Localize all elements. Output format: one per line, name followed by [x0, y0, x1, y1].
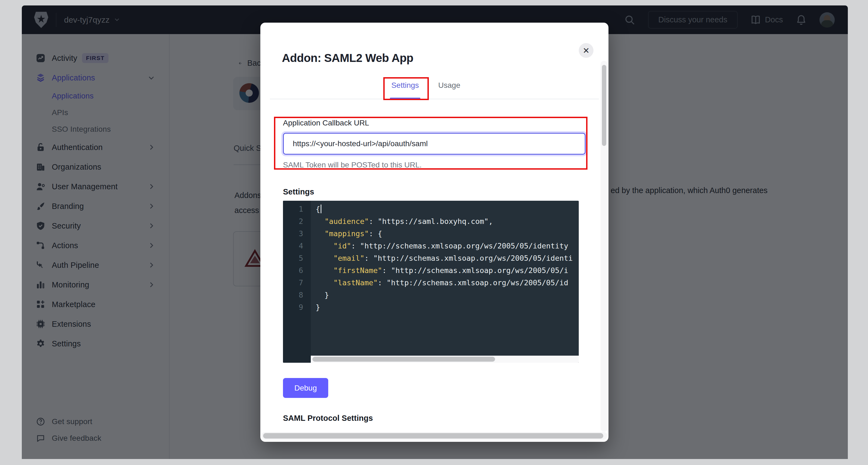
close-button[interactable]: ✕: [579, 43, 593, 58]
modal-hscrollbar-thumb[interactable]: [263, 433, 603, 439]
editor-line-numbers: 123456789: [283, 201, 311, 363]
modal-vertical-scrollbar[interactable]: [600, 61, 608, 432]
callback-url-helper: SAML Token will be POSTed to this URL.: [283, 161, 422, 169]
debug-button[interactable]: Debug: [283, 378, 328, 398]
callback-url-input[interactable]: [283, 133, 586, 155]
editor-code: { "audience": "https://saml.boxyhq.com",…: [311, 201, 579, 356]
callback-url-label: Application Callback URL: [283, 119, 369, 127]
modal-vscrollbar-thumb[interactable]: [602, 65, 606, 146]
settings-code-editor[interactable]: 123456789 { "audience": "https://saml.bo…: [283, 201, 579, 363]
saml-protocol-settings-label: SAML Protocol Settings: [283, 414, 373, 423]
text-cursor: [320, 205, 321, 213]
app-window: dev-tyj7qyzz Discuss your needs Docs: [22, 5, 848, 459]
addon-saml2-modal: Addon: SAML2 Web App ✕ Settings Usage Ap…: [260, 23, 609, 442]
modal-horizontal-scrollbar[interactable]: [261, 432, 608, 440]
settings-section-label: Settings: [283, 187, 314, 196]
tab-settings[interactable]: Settings: [391, 81, 419, 90]
modal-tab-bar: Settings Usage: [270, 75, 599, 99]
tab-usage[interactable]: Usage: [438, 81, 460, 90]
modal-title: Addon: SAML2 Web App: [282, 52, 413, 65]
editor-scrollbar-thumb[interactable]: [312, 357, 495, 361]
active-tab-underline: [390, 98, 421, 99]
close-icon: ✕: [583, 46, 589, 55]
editor-horizontal-scrollbar[interactable]: [311, 356, 579, 363]
